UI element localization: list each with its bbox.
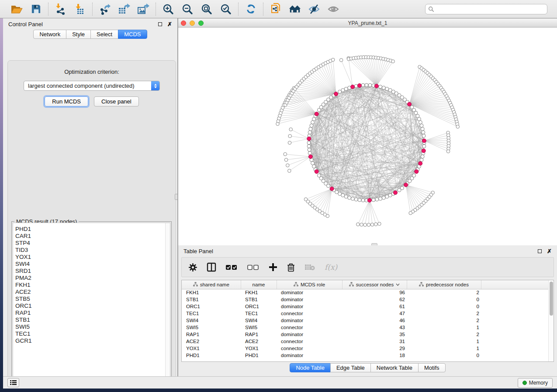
ring-node[interactable] [422, 144, 426, 148]
ring-node[interactable] [365, 83, 368, 87]
fan-node[interactable] [370, 223, 374, 227]
ring-node[interactable] [307, 144, 311, 148]
dominator-node[interactable] [315, 112, 318, 116]
table-row-YOX1[interactable]: YOX1YOX1connector291 [182, 345, 549, 352]
ring-node[interactable] [310, 124, 313, 127]
fan-node[interactable] [331, 58, 335, 62]
ring-node[interactable] [354, 84, 358, 88]
dominator-node[interactable] [357, 84, 361, 88]
mcds-result-item[interactable]: RAP1 [15, 309, 170, 316]
zoom-out-icon[interactable] [181, 3, 194, 15]
ring-node[interactable] [311, 120, 315, 124]
ring-node[interactable] [379, 197, 382, 200]
ring-node[interactable] [361, 199, 365, 202]
export-network-icon[interactable] [99, 3, 111, 15]
fan-node[interactable] [446, 150, 450, 153]
dominator-node[interactable] [315, 170, 318, 174]
dominator-node[interactable] [351, 85, 355, 89]
mcds-result-item[interactable]: ACE2 [15, 289, 170, 296]
go-home-icon[interactable] [289, 3, 301, 15]
dominator-node[interactable] [307, 137, 311, 141]
save-icon[interactable] [30, 3, 42, 15]
dominator-node[interactable] [330, 187, 334, 191]
fan-node[interactable] [284, 152, 287, 156]
float-window-icon[interactable] [158, 22, 162, 26]
import-network-icon[interactable] [55, 3, 67, 15]
column-header-shared-name[interactable]: shared name [182, 280, 241, 289]
mcds-result-item[interactable]: CAR1 [15, 233, 170, 240]
mcds-result-item[interactable]: FKH1 [15, 282, 170, 289]
tab-style[interactable]: Style [66, 30, 91, 39]
fan-node[interactable] [289, 128, 293, 131]
mcds-result-item[interactable]: PMA2 [15, 275, 170, 282]
fan-node[interactable] [284, 158, 288, 162]
ring-node[interactable] [382, 196, 385, 199]
dominator-node[interactable] [415, 170, 419, 174]
table-row-SWI5[interactable]: SWI5SWI5connector431 [182, 324, 549, 331]
ring-node[interactable] [398, 189, 401, 192]
dominator-node[interactable] [394, 191, 398, 195]
fan-node[interactable] [367, 223, 370, 227]
ring-node[interactable] [311, 162, 315, 165]
mcds-result-item[interactable]: SWI5 [15, 323, 170, 330]
table-row-PHD1[interactable]: PHD1PHD1dominator180 [182, 352, 549, 359]
dominator-node[interactable] [374, 84, 378, 88]
mcds-result-item[interactable]: STB1 [15, 316, 170, 323]
ring-node[interactable] [419, 120, 422, 124]
dominator-node[interactable] [334, 92, 338, 96]
mcds-result-item[interactable]: TID3 [15, 247, 170, 254]
close-panel-icon[interactable]: ✗ [167, 21, 172, 27]
optimization-criterion-select[interactable]: largest connected component (undirected) [24, 81, 160, 91]
ring-node[interactable] [422, 134, 426, 138]
table-row-FKH1[interactable]: FKH1FKH1dominator962 [182, 289, 549, 296]
ring-node[interactable] [309, 127, 312, 131]
fan-node[interactable] [288, 169, 291, 173]
mcds-result-item[interactable]: PHD1 [15, 226, 170, 233]
ring-node[interactable] [417, 117, 421, 121]
dominator-node[interactable] [408, 102, 412, 106]
dominator-node[interactable] [422, 139, 426, 143]
dominator-node[interactable] [367, 198, 371, 202]
mcds-result-item[interactable]: STP4 [15, 240, 170, 247]
ring-node[interactable] [308, 131, 311, 134]
close-panel-button[interactable]: Close panel [94, 96, 139, 107]
tab-motifs[interactable]: Motifs [418, 363, 446, 372]
ring-node[interactable] [361, 83, 365, 87]
ring-node[interactable] [422, 131, 425, 134]
tab-mcds[interactable]: MCDS [118, 30, 147, 39]
column-header-successor-nodes[interactable]: successor nodes [342, 280, 407, 289]
ring-node[interactable] [388, 193, 392, 197]
close-panel-icon[interactable]: ✗ [547, 248, 552, 254]
table-row-ORC1[interactable]: ORC1ORC1dominator610 [182, 303, 549, 310]
ring-node[interactable] [308, 151, 311, 155]
table-scrollbar-thumb[interactable] [550, 282, 553, 316]
settings-gear-icon[interactable] [189, 261, 197, 273]
ring-node[interactable] [354, 198, 358, 201]
fan-node[interactable] [378, 222, 381, 226]
run-mcds-button[interactable]: Run MCDS [45, 96, 88, 107]
result-list-scrollbar[interactable] [165, 223, 170, 376]
fan-node[interactable] [356, 223, 360, 226]
refresh-layout-icon[interactable] [245, 3, 257, 15]
select-all-icon[interactable] [226, 261, 238, 273]
table-row-STB1[interactable]: STB1STB1dominator620 [182, 296, 549, 303]
fan-node[interactable] [360, 223, 363, 227]
dominator-node[interactable] [404, 183, 408, 187]
zoom-selected-icon[interactable] [220, 3, 232, 15]
tab-network-table[interactable]: Network Table [370, 363, 419, 372]
fan-node[interactable] [374, 223, 378, 226]
table-scrollbar[interactable] [548, 280, 554, 361]
mcds-result-item[interactable]: ORC1 [15, 303, 170, 309]
ring-node[interactable] [351, 197, 354, 200]
unselect-all-icon[interactable] [247, 261, 259, 273]
ring-node[interactable] [421, 127, 424, 131]
tab-node-table[interactable]: Node Table [290, 363, 331, 372]
task-history-button[interactable] [7, 378, 19, 387]
fan-node[interactable] [286, 164, 290, 167]
dominator-node[interactable] [308, 155, 312, 158]
column-header-MCDS-role[interactable]: MCDS role [277, 280, 342, 289]
mcds-result-item[interactable]: GCR1 [15, 337, 170, 344]
tab-edge-table[interactable]: Edge Table [330, 363, 371, 372]
ring-node[interactable] [344, 87, 348, 91]
network-canvas[interactable] [178, 28, 557, 245]
